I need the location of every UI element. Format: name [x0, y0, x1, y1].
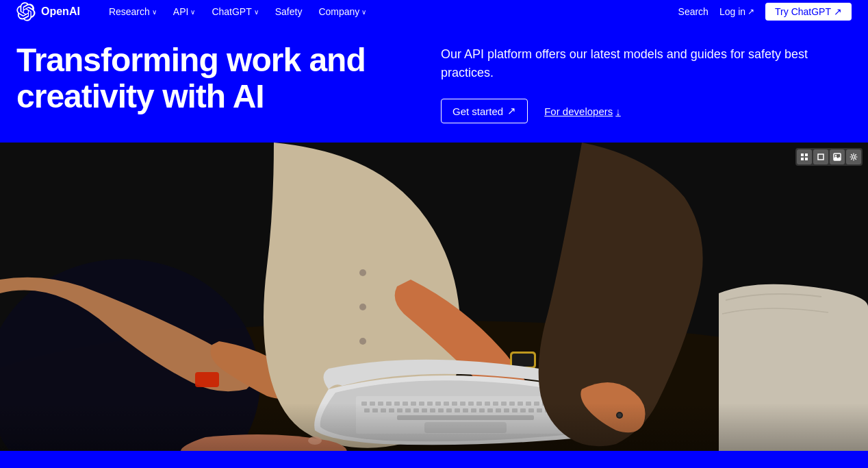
login-link[interactable]: Log in ↗ [719, 6, 754, 17]
svg-point-6 [359, 338, 366, 345]
hero-description: Our API platform offers our latest model… [441, 45, 810, 82]
logo[interactable]: OpenAI [16, 2, 80, 21]
toolbar-settings-button[interactable] [846, 149, 861, 164]
nav-safety[interactable]: Safety [268, 3, 309, 20]
chevron-down-icon: ∨ [190, 8, 195, 16]
hero-image [0, 143, 868, 451]
svg-rect-70 [801, 158, 804, 160]
nav-company[interactable]: Company ∨ [311, 3, 373, 20]
nav-chatgpt[interactable]: ChatGPT ∨ [205, 3, 265, 20]
hero-right: Our API platform offers our latest model… [400, 42, 852, 123]
chevron-down-icon: ∨ [254, 8, 259, 16]
svg-point-74 [835, 155, 837, 156]
hero-left: Transforming work and creativity with AI [16, 42, 400, 115]
svg-rect-3 [195, 372, 219, 387]
navbar: OpenAI Research ∨ API ∨ ChatGPT ∨ Safety… [0, 0, 868, 23]
nav-links: Research ∨ API ∨ ChatGPT ∨ Safety Compan… [102, 3, 678, 20]
svg-rect-72 [818, 154, 824, 160]
hero-buttons: Get started ↗ For developers ↓ [441, 99, 852, 123]
hero-section: Transforming work and creativity with AI… [0, 23, 868, 143]
svg-point-5 [359, 304, 366, 310]
svg-rect-71 [805, 158, 808, 160]
svg-rect-67 [0, 403, 868, 451]
hero-title: Transforming work and creativity with AI [16, 42, 372, 115]
try-chatgpt-button[interactable]: Try ChatGPT ↗ [765, 3, 852, 21]
nav-research[interactable]: Research ∨ [102, 3, 164, 20]
image-toolbar [795, 148, 863, 166]
get-started-button[interactable]: Get started ↗ [441, 99, 528, 123]
chevron-down-icon: ∨ [361, 8, 366, 16]
arrow-down-icon: ↓ [615, 106, 621, 117]
svg-point-4 [359, 269, 366, 276]
logo-text: OpenAI [41, 5, 80, 18]
svg-point-75 [852, 156, 855, 158]
toolbar-square-button[interactable] [813, 149, 828, 164]
toolbar-image-button[interactable] [830, 149, 845, 164]
svg-rect-68 [801, 153, 804, 156]
chevron-down-icon: ∨ [152, 8, 157, 16]
arrow-icon: ↗ [507, 105, 516, 117]
arrow-icon: ↗ [834, 6, 842, 17]
hero-image-container [0, 143, 868, 451]
svg-rect-8 [512, 354, 534, 367]
search-link[interactable]: Search [678, 6, 709, 17]
for-developers-button[interactable]: For developers ↓ [544, 106, 621, 117]
toolbar-grid-button[interactable] [797, 149, 812, 164]
nav-api[interactable]: API ∨ [166, 3, 203, 20]
nav-right: Search Log in ↗ Try ChatGPT ↗ [678, 3, 852, 21]
svg-rect-69 [805, 153, 808, 156]
external-link-icon: ↗ [748, 7, 754, 16]
